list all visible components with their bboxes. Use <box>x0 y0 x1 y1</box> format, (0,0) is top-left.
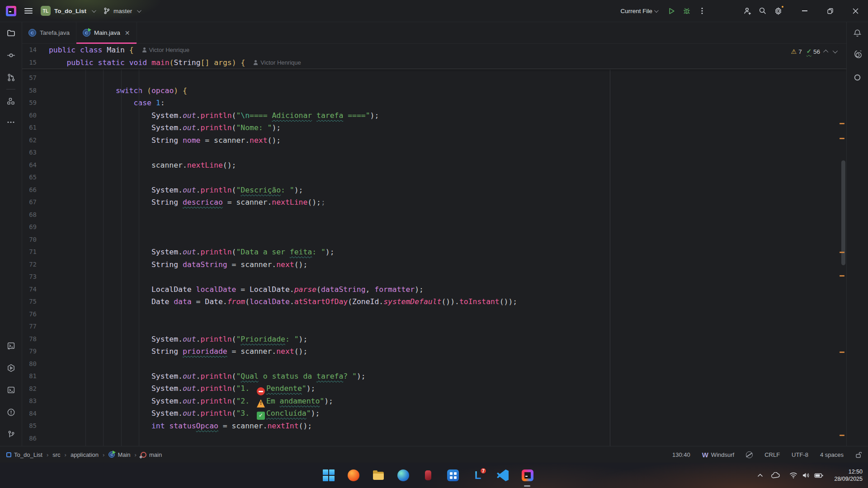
line-separator[interactable]: CRLF <box>764 451 780 458</box>
search-everywhere-icon[interactable] <box>755 3 770 19</box>
line-number[interactable]: 61 <box>22 122 43 134</box>
blue-grid-app-icon[interactable] <box>447 469 459 481</box>
code-line[interactable]: 80 <box>22 358 846 371</box>
red-app-icon[interactable] <box>422 469 434 481</box>
change-marker[interactable] <box>840 123 844 124</box>
project-tool-folder-icon[interactable] <box>3 25 19 41</box>
tray-chevron-up-icon[interactable] <box>757 474 763 477</box>
change-marker[interactable] <box>840 275 844 277</box>
line-number[interactable]: 71 <box>22 246 43 258</box>
line-number[interactable]: 74 <box>22 283 43 296</box>
project-widget[interactable]: TL To_do_List <box>41 6 95 16</box>
main-menu-icon[interactable] <box>24 8 33 14</box>
line-number[interactable]: 78 <box>22 333 43 346</box>
line-number[interactable]: 85 <box>22 420 43 432</box>
line-number[interactable]: 58 <box>22 84 43 97</box>
code-line[interactable]: 82 System.out.println("1. Pendente"); <box>22 383 846 395</box>
debug-button[interactable] <box>679 3 694 19</box>
line-number[interactable]: 84 <box>22 408 43 420</box>
onedrive-cloud-icon[interactable] <box>771 472 780 479</box>
breadcrumb-src[interactable]: src <box>52 451 60 458</box>
l-app-icon[interactable]: L 7 <box>472 469 484 481</box>
window-minimize-button[interactable] <box>792 0 817 22</box>
line-number[interactable]: 76 <box>22 308 43 321</box>
code-line[interactable]: 62 String nome = scanner.next(); <box>22 134 846 147</box>
code-line[interactable]: 67 String descricao = scanner.nextLine()… <box>22 196 846 209</box>
code-line[interactable]: 79 String prioridade = scanner.next(); <box>22 345 846 358</box>
breadcrumb-main-class[interactable]: C Main <box>108 451 130 458</box>
wifi-icon[interactable] <box>789 472 797 479</box>
editor-scrollbar[interactable] <box>841 160 845 265</box>
copilot-disabled-icon[interactable] <box>746 451 753 458</box>
inspections-widget[interactable]: ⚠ 7 ✓ 56 <box>788 46 840 57</box>
tab-close-icon[interactable]: ✕ <box>125 29 130 37</box>
code-line[interactable]: 63 <box>22 146 846 159</box>
code-line[interactable]: 75 Date data = Date.from(localDate.atSta… <box>22 296 846 308</box>
line-number[interactable]: 60 <box>22 109 43 122</box>
code-line[interactable]: 83 System.out.println("2. !Em andamento"… <box>22 395 846 408</box>
breadcrumb-application[interactable]: application <box>71 451 99 458</box>
problems-tool-icon[interactable] <box>3 404 19 420</box>
code-line[interactable]: 68 <box>22 209 846 221</box>
line-number[interactable]: 82 <box>22 383 43 395</box>
line-number[interactable]: 15 <box>22 56 43 69</box>
window-restore-button[interactable] <box>817 0 843 22</box>
line-number[interactable]: 77 <box>22 320 43 333</box>
volume-icon[interactable] <box>802 472 810 479</box>
code-line[interactable]: 72 String dataString = scanner.next(); <box>22 258 846 271</box>
vcs-branch-widget[interactable]: master <box>103 7 140 14</box>
change-marker[interactable] <box>840 138 844 139</box>
line-number[interactable]: 81 <box>22 370 43 383</box>
code-line[interactable]: 81 System.out.println("Qual o status da … <box>22 370 846 383</box>
change-marker[interactable] <box>840 252 844 253</box>
code-line[interactable]: 73 <box>22 271 846 283</box>
line-number[interactable]: 86 <box>22 432 43 445</box>
pull-requests-tool-icon[interactable] <box>3 69 19 85</box>
line-number[interactable]: 66 <box>22 184 43 197</box>
warnings-indicator[interactable]: ⚠ 7 <box>791 48 802 55</box>
code-line[interactable]: 60 System.out.println("\n==== Adicionar … <box>22 109 846 122</box>
taskbar-clock[interactable]: 12:50 28/09/2025 <box>834 468 863 483</box>
windsurf-plugin[interactable]: W Windsurf <box>702 451 734 459</box>
line-number[interactable]: 65 <box>22 171 43 184</box>
git-blame-inlay[interactable]: Victor Henrique <box>253 56 301 69</box>
intellij-taskbar-icon[interactable] <box>522 469 533 481</box>
code-line[interactable]: 70 <box>22 234 846 246</box>
line-number[interactable]: 70 <box>22 234 43 246</box>
change-marker[interactable] <box>840 352 844 353</box>
window-close-button[interactable] <box>843 0 868 22</box>
code-line[interactable]: 64 scanner.nextLine(); <box>22 159 846 172</box>
file-encoding[interactable]: UTF-8 <box>792 451 808 458</box>
code-line[interactable]: 58 switch (opcao) { <box>22 84 846 97</box>
ai-terminal-tool-icon[interactable] <box>3 338 19 354</box>
code-with-me-user-add-icon[interactable] <box>740 3 755 19</box>
edge-browser-icon[interactable] <box>397 469 409 481</box>
code-line[interactable]: 61 System.out.println("Nome: "); <box>22 122 846 134</box>
tab-main-java[interactable]: C Main.java ✕ <box>76 22 137 43</box>
run-configuration-selector[interactable]: Current File <box>620 8 657 14</box>
structure-tool-icon[interactable] <box>3 93 19 109</box>
line-number[interactable]: 79 <box>22 345 43 358</box>
line-number[interactable]: 57 <box>22 72 43 84</box>
file-explorer-icon[interactable] <box>373 469 384 481</box>
notifications-bell-icon[interactable] <box>849 25 866 41</box>
code-line[interactable]: 86 <box>22 432 846 445</box>
code-editor[interactable]: 14public class Main {Victor Henrique15 p… <box>22 44 846 446</box>
ai-assistant-spiral-icon[interactable] <box>849 47 866 63</box>
line-number[interactable]: 14 <box>22 44 43 56</box>
code-line[interactable]: 77 <box>22 320 846 333</box>
code-line[interactable]: 69 <box>22 221 846 234</box>
tab-tarefa-java[interactable]: C Tarefa.java <box>22 22 76 43</box>
indent-setting[interactable]: 4 spaces <box>820 451 844 458</box>
more-tool-windows-icon[interactable] <box>3 114 19 130</box>
previous-problem-chevron-icon[interactable] <box>823 50 828 55</box>
commit-tool-icon[interactable] <box>3 47 19 63</box>
change-marker[interactable] <box>840 435 844 436</box>
battery-icon[interactable] <box>814 473 823 478</box>
code-line[interactable]: 78 System.out.println("Prioridade: "); <box>22 333 846 346</box>
git-blame-inlay[interactable]: Victor Henrique <box>142 44 189 56</box>
line-number[interactable]: 68 <box>22 209 43 221</box>
vscode-icon[interactable] <box>497 469 509 481</box>
breadcrumb-project[interactable]: To_do_List <box>6 451 42 458</box>
code-line[interactable]: 14public class Main {Victor Henrique <box>22 44 846 56</box>
